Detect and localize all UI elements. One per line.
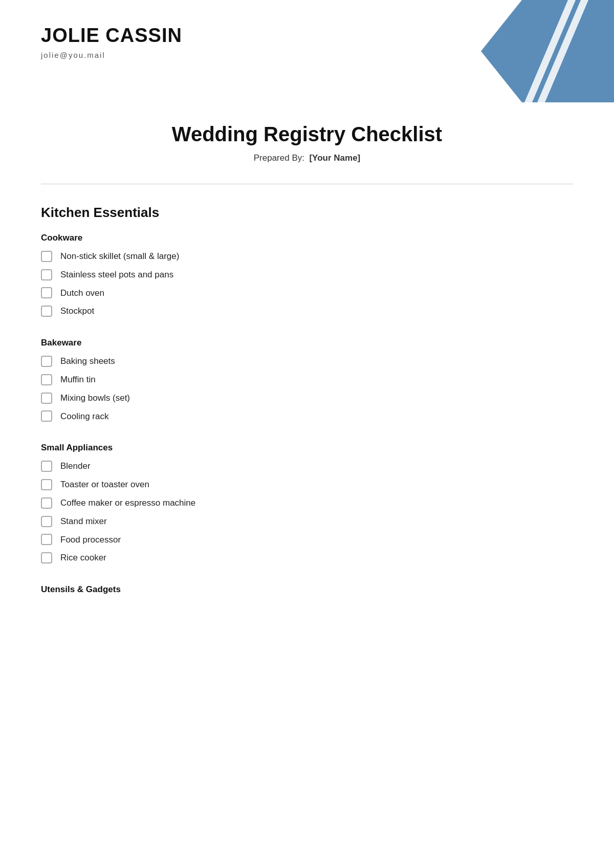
item-label: Muffin tin — [60, 374, 96, 386]
item-label: Stand mixer — [60, 515, 107, 528]
subsection-heading-small-appliances: Small Appliances — [41, 443, 573, 453]
subsection-heading-bakeware: Bakeware — [41, 338, 573, 348]
item-label: Coffee maker or espresso machine — [60, 497, 195, 509]
item-label: Blender — [60, 460, 91, 472]
list-item: Stainless steel pots and pans — [41, 269, 573, 281]
subtitle-name: [Your Name] — [309, 153, 360, 163]
checkbox[interactable] — [41, 374, 52, 385]
list-item: Dutch oven — [41, 287, 573, 299]
checkbox[interactable] — [41, 552, 52, 563]
list-item: Stockpot — [41, 305, 573, 317]
list-item: Non-stick skillet (small & large) — [41, 250, 573, 263]
list-item: Blender — [41, 460, 573, 472]
list-item: Muffin tin — [41, 374, 573, 386]
subsection-heading-cookware: Cookware — [41, 233, 573, 243]
checkbox[interactable] — [41, 393, 52, 404]
page: JOLIE CASSIN jolie@you.mail Wedding Regi… — [0, 0, 614, 868]
list-item: Coffee maker or espresso machine — [41, 497, 573, 509]
main-content: Kitchen Essentials Cookware Non-stick sk… — [0, 205, 614, 646]
subsection-cookware: Cookware Non-stick skillet (small & larg… — [41, 233, 573, 317]
list-item: Rice cooker — [41, 552, 573, 564]
subtitle-prefix: Prepared By: — [254, 153, 304, 163]
list-item: Baking sheets — [41, 355, 573, 367]
item-label: Baking sheets — [60, 355, 115, 367]
item-label: Stainless steel pots and pans — [60, 269, 173, 281]
checkbox[interactable] — [41, 410, 52, 422]
checkbox[interactable] — [41, 251, 52, 262]
list-item: Cooling rack — [41, 410, 573, 423]
subsection-small-appliances: Small Appliances Blender Toaster or toas… — [41, 443, 573, 564]
checkbox[interactable] — [41, 516, 52, 527]
checkbox[interactable] — [41, 356, 52, 367]
list-item: Toaster or toaster oven — [41, 479, 573, 491]
checkbox[interactable] — [41, 497, 52, 509]
item-label: Cooling rack — [60, 410, 109, 423]
item-label: Stockpot — [60, 305, 94, 317]
section-heading-kitchen: Kitchen Essentials — [41, 205, 573, 221]
list-item: Mixing bowls (set) — [41, 392, 573, 404]
subsection-heading-utensils: Utensils & Gadgets — [41, 584, 573, 595]
item-label: Rice cooker — [60, 552, 106, 564]
item-label: Mixing bowls (set) — [60, 392, 130, 404]
checkbox[interactable] — [41, 306, 52, 317]
item-label: Toaster or toaster oven — [60, 479, 149, 491]
list-item: Food processor — [41, 534, 573, 546]
item-label: Dutch oven — [60, 287, 104, 299]
header-decoration — [481, 0, 614, 102]
checkbox[interactable] — [41, 287, 52, 298]
item-label: Food processor — [60, 534, 121, 546]
doc-subtitle: Prepared By: [Your Name] — [0, 153, 614, 163]
doc-title-section: Wedding Registry Checklist Prepared By: … — [0, 102, 614, 163]
checkbox[interactable] — [41, 269, 52, 280]
subsection-utensils-gadgets: Utensils & Gadgets — [41, 584, 573, 595]
checkbox[interactable] — [41, 461, 52, 472]
list-item: Stand mixer — [41, 515, 573, 528]
item-label: Non-stick skillet (small & large) — [60, 250, 179, 263]
checkbox[interactable] — [41, 534, 52, 545]
section-kitchen-essentials: Kitchen Essentials Cookware Non-stick sk… — [41, 205, 573, 595]
main-divider — [41, 184, 573, 184]
header: JOLIE CASSIN jolie@you.mail — [0, 0, 614, 102]
doc-title: Wedding Registry Checklist — [0, 123, 614, 146]
subsection-bakeware: Bakeware Baking sheets Muffin tin Mixing… — [41, 338, 573, 422]
checkbox[interactable] — [41, 479, 52, 490]
